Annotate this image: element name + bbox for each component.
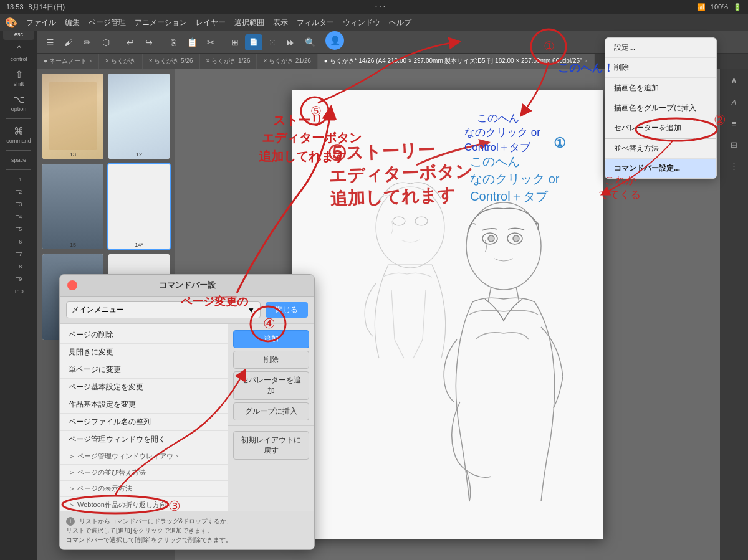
toolbar-page-btn[interactable]: 📄 <box>245 34 262 50</box>
toolbar-copy-btn[interactable]: ⎘ <box>165 34 182 50</box>
toolbar-zoom-btn[interactable]: 🔍 <box>301 34 319 50</box>
menu-animation[interactable]: アニメーション <box>135 17 187 28</box>
context-item-sort[interactable]: 並べ替え方法 <box>605 139 716 159</box>
menu-layer[interactable]: レイヤー <box>196 17 226 28</box>
context-item-commandbar[interactable]: コマンドバー設定... <box>605 159 716 178</box>
context-item-add-sep[interactable]: セパレーターを追加 <box>605 118 716 138</box>
dialog-footer-text: リストからコマンドバーにドラッグ&ドロップするか、リストで選択して[追加]をクリ… <box>66 518 233 543</box>
toolbar-undo-btn[interactable]: ↩ <box>122 34 139 50</box>
list-item-3[interactable]: ページ基本設定を変更 <box>60 379 228 396</box>
right-btn-more[interactable]: ⋮ <box>724 157 744 174</box>
t1-label: T1 <box>16 176 22 183</box>
canvas-paper: ⑤ストーリーエディターボタン追加してれます ① このへんなのクリック orCon… <box>292 90 603 539</box>
toolbar-cut-btn[interactable]: ✂ <box>202 34 219 50</box>
dialog-addsep-btn[interactable]: セパレーターを追加 <box>233 371 309 400</box>
annotation-text-1: ① <box>554 134 566 153</box>
side-btn-t3[interactable]: T3 <box>3 199 34 210</box>
toolbar-skip-btn[interactable]: ⏭ <box>282 34 300 50</box>
side-btn-command[interactable]: ⌘ command <box>3 123 34 146</box>
side-btn-option[interactable]: ⌥ option <box>3 91 34 115</box>
dialog-close-dot[interactable] <box>67 280 77 290</box>
side-btn-t10[interactable]: T10 <box>3 286 34 297</box>
context-item-add-color[interactable]: 描画色を追加 <box>605 78 716 98</box>
side-btn-space[interactable]: space <box>3 154 34 166</box>
list-item-10[interactable]: ＞ Webtoon作品の折り返し方向 <box>60 497 228 511</box>
context-item-delete[interactable]: 削除 <box>605 58 716 78</box>
right-btn-align[interactable]: ≡ <box>724 115 744 132</box>
right-btn-layers[interactable]: ⊞ <box>724 136 744 153</box>
right-btn-italic[interactable]: A <box>724 93 744 111</box>
dialog-delete-btn[interactable]: 削除 <box>233 351 309 369</box>
t9-label: T9 <box>16 276 22 282</box>
context-item-insert-group[interactable]: 描画色をグループに挿入 <box>605 98 716 118</box>
tab-5[interactable]: ● らくがき* 14/26 (A4 210.00 × 297.00mm 製本サイ… <box>318 54 595 69</box>
dialog-title: コマンドバー設 <box>159 280 216 291</box>
dialog-close-button[interactable]: 閉じる <box>266 302 308 318</box>
list-item-1[interactable]: 見開きに変更 <box>60 344 228 361</box>
side-btn-t7[interactable]: T7 <box>3 249 34 260</box>
menu-view[interactable]: 表示 <box>273 17 288 28</box>
side-btn-t8[interactable]: T8 <box>3 261 34 272</box>
dialog-dropdown[interactable]: メインメニュー ▼ <box>66 301 261 318</box>
page-thumb-12[interactable]: 12 <box>108 74 170 159</box>
toolbar-redo-btn[interactable]: ↪ <box>140 34 158 50</box>
tab-4[interactable]: × らくがき 21/26 <box>257 54 317 69</box>
page-thumb-14[interactable]: 14* <box>108 164 170 249</box>
svg-point-7 <box>488 235 494 242</box>
right-btn-text[interactable]: A <box>724 72 744 90</box>
list-item-8[interactable]: ＞ ページの並び替え方法 <box>60 465 228 481</box>
list-item-7[interactable]: ＞ ページ管理ウィンドウレイアウト <box>60 448 228 465</box>
menu-file[interactable]: ファイル <box>26 17 56 28</box>
toolbar-paste-btn[interactable]: 📋 <box>183 34 201 50</box>
dialog-body: メインメニュー ▼ 閉じる ページの削除 見開きに変更 単ページに変更 ページ基… <box>60 297 314 549</box>
battery-text: 100% <box>711 3 728 11</box>
tab-3[interactable]: × らくがき 1/26 <box>200 54 257 69</box>
side-btn-t1[interactable]: T1 <box>3 174 34 185</box>
tab-0-close[interactable]: × <box>89 58 92 64</box>
toolbar-pen-btn[interactable]: ✏ <box>79 34 96 50</box>
list-item-6[interactable]: ページ管理ウィンドウを開く <box>60 431 228 448</box>
list-item-2[interactable]: 単ページに変更 <box>60 361 228 379</box>
t6-label: T6 <box>16 239 22 245</box>
side-btn-t2[interactable]: T2 <box>3 186 34 197</box>
menu-selection[interactable]: 選択範囲 <box>234 17 264 28</box>
list-item-5[interactable]: ページファイル名の整列 <box>60 414 228 431</box>
menu-page[interactable]: ページ管理 <box>89 17 126 28</box>
context-item-settings[interactable]: 設定... <box>605 38 716 58</box>
dialog-reset-btn[interactable]: 初期レイアウトに戻す <box>233 431 309 460</box>
dialog-insertgroup-btn[interactable]: グループに挿入 <box>233 402 309 420</box>
page-thumb-13[interactable]: 13 <box>42 74 103 159</box>
menu-help[interactable]: ヘルプ <box>389 17 411 28</box>
option-icon: ⌥ <box>13 93 24 105</box>
menu-filter[interactable]: フィルター <box>297 17 334 28</box>
page-15-num: 15 <box>42 242 103 248</box>
side-btn-control[interactable]: ⌃ control <box>3 41 34 65</box>
tab-1[interactable]: × らくがき <box>99 54 143 69</box>
tab-0[interactable]: ● ネームノート × <box>37 54 99 69</box>
side-btn-t5[interactable]: T5 <box>3 224 34 235</box>
user-icon-area[interactable]: 👤 <box>325 31 348 54</box>
tab-2-label: × らくがき 5/26 <box>149 57 193 65</box>
side-btn-t9[interactable]: T9 <box>3 273 34 285</box>
t5-label: T5 <box>16 226 22 232</box>
toolbar-dots-btn[interactable]: ⁙ <box>264 34 281 50</box>
tab-5-close[interactable]: × <box>585 58 588 64</box>
toolbar-grid-btn[interactable]: ⊞ <box>226 34 244 50</box>
status-date: 8月14日(日) <box>29 2 65 12</box>
dialog-add-btn[interactable]: 追加 <box>233 330 309 348</box>
menu-edit[interactable]: 編集 <box>65 17 80 28</box>
list-item-4[interactable]: 作品基本設定を変更 <box>60 396 228 414</box>
side-btn-t6[interactable]: T6 <box>3 236 34 247</box>
tab-2[interactable]: × らくがき 5/26 <box>143 54 200 69</box>
side-btn-shift[interactable]: ⇧ shift <box>3 66 34 90</box>
toolbar-brush-btn[interactable]: 🖌 <box>60 34 77 50</box>
esc-label: esc <box>14 31 23 37</box>
list-item-0[interactable]: ページの削除 <box>60 326 228 344</box>
toolbar-menu-btn[interactable]: ☰ <box>41 34 59 50</box>
page-thumb-15[interactable]: 15 <box>42 164 103 249</box>
toolbar-shape-btn[interactable]: ⬡ <box>97 34 115 50</box>
command-dialog: コマンドバー設 メインメニュー ▼ 閉じる ページの削除 見開きに変更 単ページ… <box>59 274 315 550</box>
menu-window[interactable]: ウィンドウ <box>343 17 380 28</box>
list-item-9[interactable]: ＞ ページの表示方法 <box>60 481 228 497</box>
side-btn-t4[interactable]: T4 <box>3 211 34 222</box>
